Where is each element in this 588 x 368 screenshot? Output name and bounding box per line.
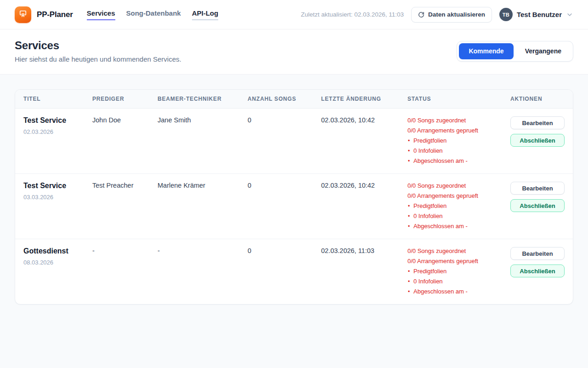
preacher-cell: - — [92, 239, 158, 304]
user-name: Test Benutzer — [517, 11, 562, 18]
title-cell: Test Service 03.03.2026 — [23, 174, 92, 239]
status-line: 0/0 Arrangements geprueft — [407, 256, 506, 266]
complete-button[interactable]: Abschließen — [510, 264, 565, 277]
nav-song-datenbank[interactable]: Song-Datenbank — [126, 9, 181, 20]
title-cell: Gottesdienst 08.03.2026 — [23, 239, 92, 304]
beamer-cell: Jane Smith — [158, 109, 248, 173]
songs-count-cell: 0 — [248, 174, 321, 239]
table-row: Test Service 02.03.2026 John Doe Jane Sm… — [15, 109, 573, 174]
beamer-cell: - — [158, 239, 248, 304]
refresh-icon — [418, 12, 424, 18]
tab-vergangene[interactable]: Vergangene — [515, 43, 571, 59]
app-title: PP-Planer — [37, 10, 73, 19]
last-change-cell: 02.03.2026, 10:42 — [321, 109, 407, 173]
last-updated-text: Zuletzt aktualisiert: 02.03.2026, 11:03 — [301, 11, 404, 18]
status-line: 0/0 Arrangements geprueft — [407, 191, 506, 201]
status-line: 0/0 Songs zugeordnet — [407, 115, 506, 126]
service-title: Test Service — [23, 182, 88, 190]
main-content: Titel Prediger Beamer-Techniker Anzahl S… — [0, 75, 588, 319]
complete-button[interactable]: Abschließen — [510, 199, 565, 212]
status-bullet-line: Abgeschlossen am - — [407, 287, 506, 297]
title-cell: Test Service 02.03.2026 — [23, 109, 92, 173]
main-nav: Services Song-Datenbank API-Log — [87, 9, 218, 20]
service-date: 03.03.2026 — [23, 194, 88, 201]
brand: PP-Planer — [15, 6, 73, 23]
actions-cell: Bearbeiten Abschließen — [510, 109, 565, 173]
service-title: Test Service — [23, 116, 88, 125]
page-title: Services — [15, 39, 181, 52]
edit-button[interactable]: Bearbeiten — [510, 116, 565, 129]
status-bullet-line: Abgeschlossen am - — [407, 156, 506, 166]
chevron-down-icon — [566, 11, 573, 18]
preacher-cell: Test Preacher — [92, 174, 158, 239]
col-header-letzte-aenderung: Letzte Änderung — [321, 90, 407, 108]
avatar: TB — [499, 8, 513, 21]
refresh-data-button[interactable]: Daten aktualisieren — [411, 7, 492, 23]
status-cell: 0/0 Songs zugeordnet 0/0 Arrangements ge… — [407, 174, 510, 239]
table-header-row: Titel Prediger Beamer-Techniker Anzahl S… — [15, 90, 573, 109]
refresh-button-label: Daten aktualisieren — [428, 11, 485, 18]
table-row: Gottesdienst 08.03.2026 - - 0 02.03.2026… — [15, 239, 573, 304]
topbar-right: Zuletzt aktualisiert: 02.03.2026, 11:03 … — [301, 7, 573, 23]
app-logo — [15, 6, 31, 23]
page-header-text: Services Hier siehst du alle heutigen un… — [15, 39, 181, 63]
user-menu[interactable]: TB Test Benutzer — [499, 8, 573, 21]
col-header-titel: Titel — [23, 90, 92, 108]
page-header: Services Hier siehst du alle heutigen un… — [0, 29, 588, 75]
edit-button[interactable]: Bearbeiten — [510, 182, 565, 195]
nav-api-log[interactable]: API-Log — [192, 9, 219, 20]
edit-button[interactable]: Bearbeiten — [510, 247, 565, 260]
top-bar: PP-Planer Services Song-Datenbank API-Lo… — [0, 0, 588, 29]
col-header-anzahl-songs: Anzahl Songs — [248, 90, 321, 108]
last-change-cell: 02.03.2026, 11:03 — [321, 239, 407, 304]
table-row: Test Service 03.03.2026 Test Preacher Ma… — [15, 174, 573, 239]
service-date: 08.03.2026 — [23, 259, 88, 266]
status-bullet-line: 0 Infofolien — [407, 276, 506, 287]
services-table-card: Titel Prediger Beamer-Techniker Anzahl S… — [15, 89, 573, 305]
status-bullet-line: Predigtfolien — [407, 266, 506, 276]
status-line: 0/0 Arrangements geprueft — [407, 126, 506, 136]
nav-services[interactable]: Services — [87, 9, 115, 20]
songs-count-cell: 0 — [248, 109, 321, 173]
page-subtitle: Hier siehst du alle heutigen und kommend… — [15, 55, 181, 63]
col-header-beamer-techniker: Beamer-Techniker — [158, 90, 248, 108]
actions-cell: Bearbeiten Abschließen — [510, 174, 565, 239]
service-title: Gottesdienst — [23, 247, 88, 255]
service-filter-toggle: Kommende Vergangene — [457, 41, 573, 62]
actions-cell: Bearbeiten Abschließen — [510, 239, 565, 304]
tab-kommende[interactable]: Kommende — [459, 43, 513, 59]
service-date: 02.03.2026 — [23, 128, 88, 135]
col-header-aktionen: Aktionen — [510, 90, 565, 108]
status-bullet-line: Abgeschlossen am - — [407, 221, 506, 231]
status-line: 0/0 Songs zugeordnet — [407, 246, 506, 256]
status-line: 0/0 Songs zugeordnet — [407, 181, 506, 191]
status-bullet-line: 0 Infofolien — [407, 146, 506, 156]
status-cell: 0/0 Songs zugeordnet 0/0 Arrangements ge… — [407, 109, 510, 173]
beamer-cell: Marlene Krämer — [158, 174, 248, 239]
complete-button[interactable]: Abschließen — [510, 134, 565, 147]
col-header-status: Status — [407, 90, 510, 108]
status-bullet-line: Predigtfolien — [407, 201, 506, 211]
songs-count-cell: 0 — [248, 239, 321, 304]
preacher-cell: John Doe — [92, 109, 158, 173]
col-header-prediger: Prediger — [92, 90, 158, 108]
status-cell: 0/0 Songs zugeordnet 0/0 Arrangements ge… — [407, 239, 510, 304]
presentation-board-icon — [18, 9, 28, 20]
status-bullet-line: Predigtfolien — [407, 136, 506, 146]
last-change-cell: 02.03.2026, 10:42 — [321, 174, 407, 239]
status-bullet-line: 0 Infofolien — [407, 211, 506, 221]
